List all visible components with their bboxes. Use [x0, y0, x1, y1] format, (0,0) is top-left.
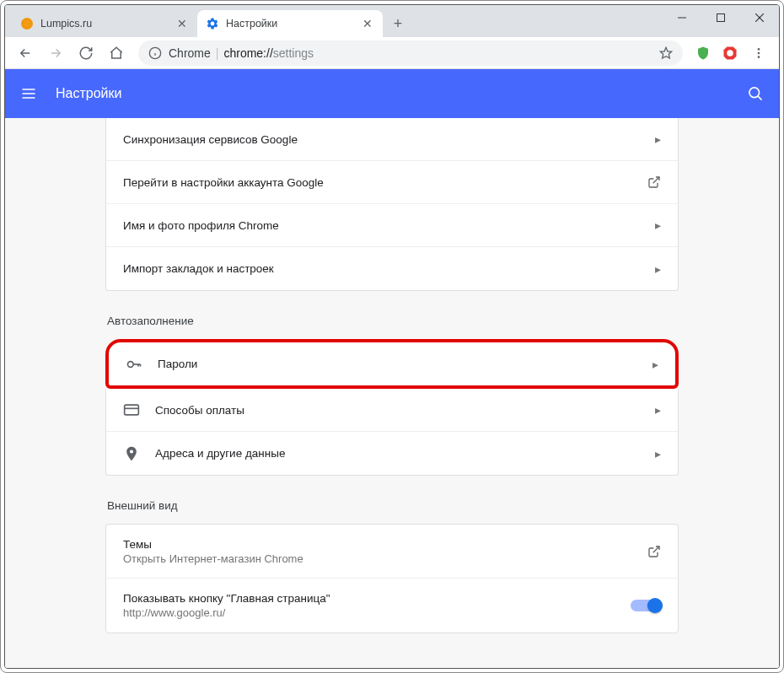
window-controls — [663, 5, 779, 30]
chevron-right-icon: ▸ — [655, 403, 661, 417]
search-icon[interactable] — [747, 85, 764, 102]
svg-point-11 — [727, 50, 733, 57]
row-home-button[interactable]: Показывать кнопку "Главная страница" htt… — [106, 579, 678, 633]
minimize-button[interactable] — [663, 5, 701, 30]
row-sync-services[interactable]: Синхронизация сервисов Google ▸ — [106, 118, 678, 161]
row-label: Пароли — [158, 358, 652, 370]
svg-rect-3 — [717, 14, 725, 22]
row-label: Адреса и другие данные — [155, 447, 655, 460]
chevron-right-icon: ▸ — [652, 358, 658, 371]
row-label: Синхронизация сервисов Google — [123, 133, 655, 146]
row-sublabel: http://www.google.ru/ — [123, 606, 631, 619]
extension-shield-icon[interactable] — [691, 41, 715, 65]
chevron-right-icon: ▸ — [655, 447, 661, 460]
row-label: Перейти в настройки аккаунта Google — [123, 176, 647, 189]
site-info-icon[interactable] — [148, 46, 162, 60]
tab-lumpics[interactable]: Lumpics.ru ✕ — [12, 10, 197, 37]
external-link-icon — [647, 545, 661, 558]
row-themes[interactable]: Темы Открыть Интернет-магазин Chrome — [106, 525, 678, 579]
tabs-strip: Lumpics.ru ✕ Настройки ✕ + — [5, 5, 410, 37]
svg-rect-25 — [125, 405, 139, 415]
section-title-autofill: Автозаполнение — [107, 315, 679, 327]
url-prefix: Chrome — [169, 46, 211, 60]
svg-point-13 — [758, 51, 760, 54]
new-tab-button[interactable]: + — [386, 12, 410, 35]
chevron-right-icon: ▸ — [655, 132, 661, 146]
appearance-card: Темы Открыть Интернет-магазин Chrome Пок… — [105, 524, 679, 633]
titlebar: Lumpics.ru ✕ Настройки ✕ + — [5, 5, 779, 37]
svg-point-12 — [758, 48, 760, 51]
chevron-right-icon: ▸ — [655, 218, 661, 232]
url-path: settings — [273, 46, 314, 60]
autofill-passwords-card: Пароли ▸ — [105, 339, 679, 389]
svg-line-27 — [653, 546, 659, 552]
row-label: Показывать кнопку "Главная страница" — [123, 592, 631, 605]
tab-title: Lumpics.ru — [40, 18, 175, 30]
forward-button[interactable] — [42, 40, 69, 67]
close-icon[interactable]: ✕ — [361, 17, 374, 30]
omnibox[interactable]: Chrome | chrome://settings — [138, 40, 683, 66]
external-link-icon — [647, 175, 661, 189]
row-passwords[interactable]: Пароли ▸ — [109, 342, 675, 385]
tab-settings[interactable]: Настройки ✕ — [197, 10, 383, 37]
close-icon[interactable]: ✕ — [175, 17, 189, 30]
toggle-home-button[interactable] — [631, 600, 661, 611]
appbar-title: Настройки — [56, 86, 747, 101]
favicon-settings — [206, 17, 219, 30]
svg-point-18 — [749, 88, 760, 98]
pin-icon — [123, 445, 140, 462]
autofill-rest-card: Способы оплаты ▸ Адреса и другие данные … — [105, 389, 679, 476]
row-label: Имя и фото профиля Chrome — [123, 219, 655, 232]
scroll-area[interactable]: Синхронизация сервисов Google ▸ Перейти … — [5, 118, 779, 668]
svg-marker-9 — [660, 47, 671, 58]
row-import-bookmarks[interactable]: Импорт закладок и настроек ▸ — [106, 247, 678, 290]
row-label: Способы оплаты — [155, 404, 655, 417]
row-addresses[interactable]: Адреса и другие данные ▸ — [106, 432, 678, 475]
settings-appbar: Настройки — [5, 69, 779, 118]
card-icon — [123, 401, 140, 418]
row-google-account[interactable]: Перейти в настройки аккаунта Google — [106, 161, 678, 204]
home-button[interactable] — [103, 40, 130, 67]
row-profile-name-photo[interactable]: Имя и фото профиля Chrome ▸ — [106, 204, 678, 247]
close-button[interactable] — [740, 5, 779, 30]
url-separator: | — [216, 46, 219, 60]
url-scheme: chrome:// — [223, 46, 272, 60]
hamburger-icon[interactable] — [20, 85, 37, 102]
svg-line-19 — [758, 96, 761, 100]
svg-point-21 — [128, 361, 134, 367]
row-payment-methods[interactable]: Способы оплаты ▸ — [106, 389, 678, 432]
reload-button[interactable] — [72, 40, 99, 67]
svg-point-14 — [758, 56, 760, 58]
svg-line-20 — [653, 177, 659, 183]
chevron-right-icon: ▸ — [655, 262, 661, 276]
back-button[interactable] — [12, 40, 39, 67]
sync-card: Синхронизация сервисов Google ▸ Перейти … — [105, 118, 679, 291]
section-title-appearance: Внешний вид — [107, 499, 679, 512]
row-label: Импорт закладок и настроек — [123, 262, 655, 275]
favicon-lumpics — [20, 17, 34, 30]
tab-title: Настройки — [226, 18, 361, 30]
row-label: Темы — [123, 538, 647, 551]
browser-window: Lumpics.ru ✕ Настройки ✕ + — [0, 0, 784, 673]
key-icon — [126, 356, 142, 373]
toolbar: Chrome | chrome://settings — [5, 37, 779, 69]
menu-button[interactable] — [745, 40, 772, 67]
content-area: Синхронизация сервисов Google ▸ Перейти … — [5, 118, 779, 668]
maximize-button[interactable] — [701, 5, 740, 30]
bookmark-icon[interactable] — [659, 46, 673, 60]
extension-adblock-icon[interactable] — [718, 41, 742, 65]
row-sublabel: Открыть Интернет-магазин Chrome — [123, 552, 647, 565]
